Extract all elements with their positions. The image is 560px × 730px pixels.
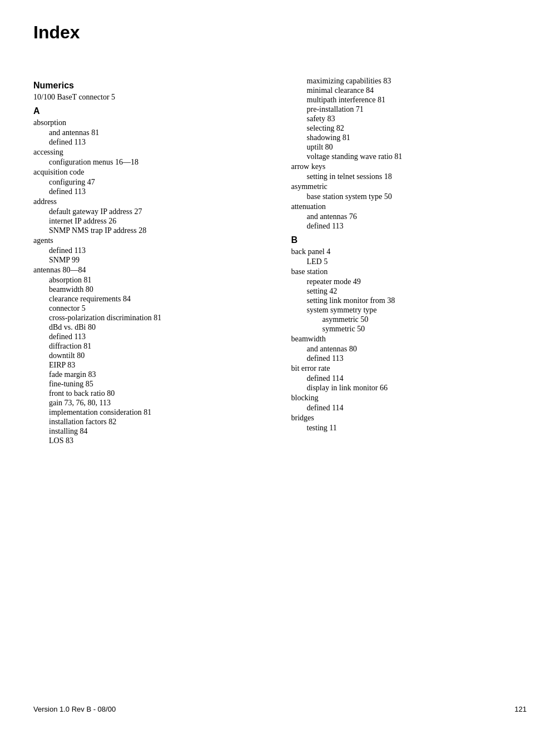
index-entry: LED 5 [291, 257, 527, 266]
index-entry: SNMP 99 [33, 256, 269, 265]
index-entry: configuration menus 16—18 [33, 158, 269, 167]
left-column: Numerics10/100 BaseT connector 5Aabsorpt… [33, 76, 269, 446]
index-entry: dBd vs. dBi 80 [33, 323, 269, 332]
index-entry: repeater mode 49 [291, 277, 527, 286]
index-entry: and antennas 76 [291, 212, 527, 221]
index-entry: downtilt 80 [33, 351, 269, 360]
index-entry: pre-installation 71 [291, 105, 527, 114]
index-entry: beamwidth 80 [33, 285, 269, 294]
index-entry: EIRP 83 [33, 361, 269, 370]
index-entry: base station system type 50 [291, 192, 527, 201]
index-entry: setting link monitor from 38 [291, 296, 527, 305]
index-entry: uptilt 80 [291, 143, 527, 152]
index-entry: attenuation [291, 202, 527, 211]
index-entry: absorption 81 [33, 276, 269, 285]
index-entry: defined 113 [291, 222, 527, 231]
index-entry: address [33, 197, 269, 206]
index-entry: antennas 80—84 [33, 266, 269, 275]
index-entry: front to back ratio 80 [33, 389, 269, 398]
index-entry: acquisition code [33, 168, 269, 177]
index-entry: default gateway IP address 27 [33, 207, 269, 216]
index-entry: defined 113 [291, 354, 527, 363]
index-entry: back panel 4 [291, 247, 527, 256]
index-entry: minimal clearance 84 [291, 86, 527, 95]
index-entry: defined 113 [33, 246, 269, 255]
index-entry: maximizing capabilities 83 [291, 77, 527, 86]
index-entry: and antennas 81 [33, 128, 269, 137]
index-entry: SNMP NMS trap IP address 28 [33, 226, 269, 235]
index-entry: and antennas 80 [291, 345, 527, 354]
index-entry: defined 114 [291, 404, 527, 413]
index-entry: installation factors 82 [33, 418, 269, 426]
index-entry: defined 113 [33, 332, 269, 341]
index-entry: multipath interference 81 [291, 96, 527, 105]
index-entry: LOS 83 [33, 436, 269, 445]
index-entry: defined 113 [33, 187, 269, 196]
index-entry: voltage standing wave ratio 81 [291, 152, 527, 161]
index-entry: 10/100 BaseT connector 5 [33, 93, 269, 102]
index-entry: base station [291, 267, 527, 276]
right-column: maximizing capabilities 83minimal cleara… [291, 76, 527, 446]
page-footer: Version 1.0 Rev B - 08/00 121 [33, 705, 527, 713]
index-entry: system symmetry type [291, 306, 527, 315]
index-entry: bridges [291, 414, 527, 423]
index-entry: arrow keys [291, 162, 527, 171]
index-entry: fine-tuning 85 [33, 380, 269, 389]
page-title: Index [33, 22, 527, 43]
index-entry: diffraction 81 [33, 342, 269, 351]
index-entry: blocking [291, 394, 527, 403]
index-entry: cross-polarization discrimination 81 [33, 314, 269, 322]
index-entry: display in link monitor 66 [291, 384, 527, 393]
index-entry: selecting 82 [291, 124, 527, 133]
section-heading-b: B [291, 235, 527, 245]
index-entry: clearance requirements 84 [33, 295, 269, 304]
index-entry: connector 5 [33, 304, 269, 313]
index-entry: internet IP address 26 [33, 217, 269, 226]
index-entry: absorption [33, 118, 269, 127]
index-entry: shadowing 81 [291, 133, 527, 142]
index-entry: configuring 47 [33, 178, 269, 187]
index-entry: asymmetric 50 [291, 315, 527, 324]
index-entry: asymmetric [291, 182, 527, 191]
index-entry: beamwidth [291, 335, 527, 344]
index-entry: safety 83 [291, 115, 527, 123]
index-entry: setting 42 [291, 287, 527, 296]
index-entry: defined 113 [33, 138, 269, 147]
index-entry: defined 114 [291, 374, 527, 383]
index-entry: setting in telnet sessions 18 [291, 172, 527, 181]
section-heading-a: A [33, 106, 269, 116]
index-entry: gain 73, 76, 80, 113 [33, 399, 269, 408]
index-entry: bit error rate [291, 364, 527, 373]
index-entry: accessing [33, 148, 269, 157]
footer-version: Version 1.0 Rev B - 08/00 [33, 705, 116, 713]
index-entry: symmetric 50 [291, 325, 527, 334]
index-entry: installing 84 [33, 427, 269, 436]
index-entry: fade margin 83 [33, 370, 269, 379]
index-entry: implementation consideration 81 [33, 408, 269, 417]
index-columns: Numerics10/100 BaseT connector 5Aabsorpt… [33, 76, 527, 446]
section-heading-numerics: Numerics [33, 81, 269, 91]
footer-page-number: 121 [514, 705, 527, 713]
index-entry: testing 11 [291, 424, 527, 433]
index-entry: agents [33, 236, 269, 245]
